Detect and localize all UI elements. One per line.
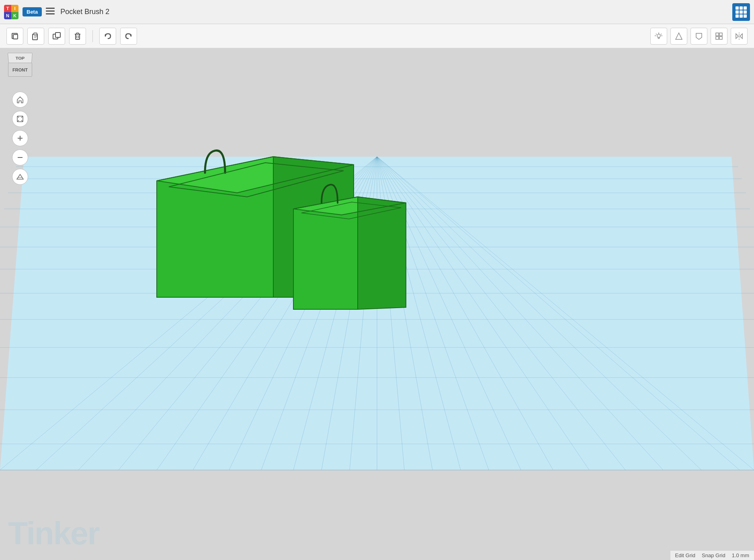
svg-rect-1	[46, 10, 55, 12]
svg-rect-4	[13, 35, 18, 39]
home-button[interactable]	[12, 92, 28, 108]
light-icon	[654, 32, 663, 41]
zoom-in-icon	[16, 134, 24, 142]
zoom-in-button[interactable]	[12, 130, 28, 146]
svg-rect-14	[76, 33, 79, 34]
toolbar-separator-1	[92, 30, 93, 42]
shape-icon	[674, 32, 683, 41]
duplicate-icon	[52, 32, 61, 41]
shape-generators-button[interactable]	[690, 28, 707, 45]
svg-rect-28	[719, 37, 722, 39]
redo-icon	[124, 32, 133, 41]
perspective-button[interactable]	[12, 169, 28, 185]
viewport[interactable]: TOP FRONT	[0, 48, 754, 560]
beta-badge[interactable]: Beta	[23, 7, 42, 16]
svg-rect-25	[716, 33, 719, 36]
svg-rect-8	[34, 36, 37, 37]
svg-rect-12	[76, 34, 80, 39]
status-bar: Edit Grid Snap Grid 1.0 mm	[670, 551, 754, 560]
top-bar: T I N K Beta Pocket Brush 2	[0, 0, 754, 24]
svg-point-19	[657, 34, 660, 37]
duplicate-button[interactable]	[48, 28, 65, 45]
svg-rect-9	[34, 37, 36, 38]
undo-button[interactable]	[99, 28, 116, 45]
toolbar	[0, 24, 754, 48]
view-cube-front[interactable]: FRONT	[8, 63, 32, 77]
align-icon	[715, 32, 723, 41]
fit-icon	[16, 115, 24, 123]
snap-grid-label: Snap Grid	[702, 552, 725, 558]
undo-icon	[103, 32, 112, 41]
hamburger-icon	[46, 8, 55, 15]
menu-button[interactable]	[46, 8, 55, 16]
toolbar-right-group	[650, 28, 748, 45]
svg-rect-26	[719, 33, 722, 36]
svg-line-24	[656, 34, 657, 35]
view-cube-top[interactable]: TOP	[8, 53, 33, 63]
copy-icon	[10, 32, 19, 41]
apps-grid-icon	[736, 6, 747, 18]
fit-button[interactable]	[12, 111, 28, 127]
logo-n: N	[4, 12, 11, 19]
trash-icon	[73, 32, 82, 41]
light-button[interactable]	[650, 28, 667, 45]
copy-button[interactable]	[6, 28, 23, 45]
svg-rect-27	[716, 37, 719, 39]
zoom-out-icon	[16, 153, 24, 161]
mirror-icon	[735, 32, 744, 41]
left-panel: TOP FRONT	[4, 52, 36, 185]
zoom-out-button[interactable]	[12, 149, 28, 166]
delete-button[interactable]	[69, 28, 86, 45]
shape2-icon	[695, 32, 703, 41]
community-shape-button[interactable]	[670, 28, 687, 45]
home-icon	[16, 96, 24, 104]
project-title[interactable]: Pocket Brush 2	[60, 8, 109, 16]
svg-rect-7	[34, 35, 37, 36]
svg-rect-6	[34, 33, 37, 35]
edit-grid-label[interactable]: Edit Grid	[675, 552, 696, 558]
logo-k: K	[11, 12, 18, 19]
paste-icon	[31, 32, 40, 41]
svg-rect-11	[55, 33, 60, 37]
svg-marker-78	[358, 197, 406, 309]
apps-grid-button[interactable]	[732, 3, 750, 21]
snap-grid-value: 1.0 mm	[732, 552, 749, 558]
view-cube[interactable]: TOP FRONT	[4, 52, 36, 84]
paste-button[interactable]	[27, 28, 44, 45]
perspective-icon	[16, 173, 24, 181]
align-button[interactable]	[711, 28, 727, 45]
grid-svg	[0, 48, 754, 560]
grid-container	[0, 48, 754, 560]
svg-line-21	[661, 34, 662, 35]
mirror-button[interactable]	[731, 28, 748, 45]
svg-rect-0	[46, 8, 55, 9]
tinkercad-logo[interactable]: T I N K	[4, 5, 18, 19]
svg-rect-2	[46, 13, 55, 14]
logo-t: T	[4, 5, 11, 12]
logo-i: I	[11, 5, 18, 12]
redo-button[interactable]	[120, 28, 137, 45]
